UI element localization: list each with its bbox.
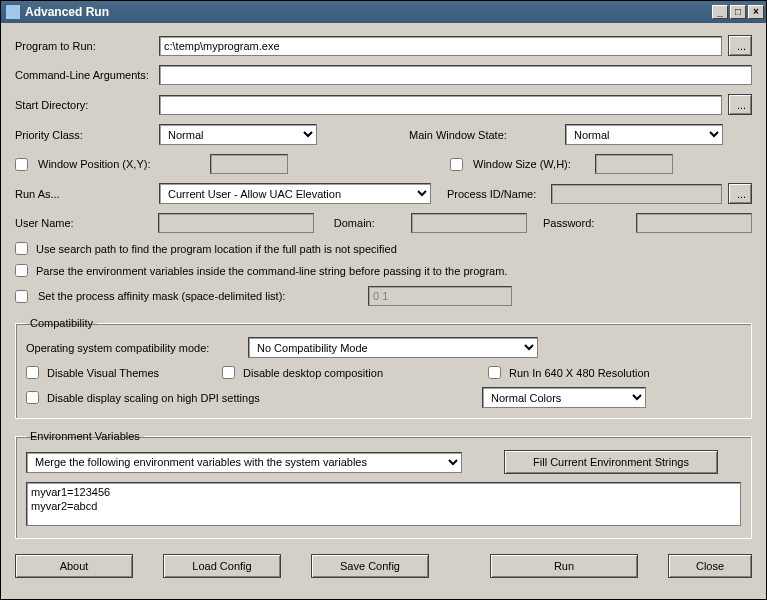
compatibility-legend: Compatibility (26, 317, 97, 329)
disthemes-checkbox[interactable] (26, 366, 39, 379)
envvars-group: Environment Variables Merge the followin… (15, 430, 752, 539)
close-window-button[interactable]: × (748, 5, 764, 19)
compatibility-group: Compatibility Operating system compatibi… (15, 317, 752, 419)
winpos-input[interactable] (210, 154, 288, 174)
program-browse-button[interactable]: ... (728, 35, 752, 56)
startdir-label: Start Directory: (15, 99, 153, 111)
domain-label: Domain: (334, 217, 405, 229)
disdpi-label: Disable display scaling on high DPI sett… (47, 392, 260, 404)
searchpath-checkbox[interactable] (15, 242, 28, 255)
envmode-select[interactable]: Merge the following environment variable… (26, 452, 462, 473)
priority-label: Priority Class: (15, 129, 153, 141)
app-icon (5, 4, 21, 20)
oscompat-label: Operating system compatibility mode: (26, 342, 242, 354)
loadcfg-button[interactable]: Load Config (163, 554, 281, 578)
procid-browse-button[interactable]: ... (728, 183, 752, 204)
disdesktop-checkbox[interactable] (222, 366, 235, 379)
fillenv-button[interactable]: Fill Current Environment Strings (504, 450, 718, 474)
runas-label: Run As... (15, 188, 153, 200)
disdpi-checkbox[interactable] (26, 391, 39, 404)
procid-label: Process ID/Name: (447, 188, 545, 200)
disdesktop-label: Disable desktop composition (243, 367, 383, 379)
runas-select[interactable]: Current User - Allow UAC Elevation (159, 183, 431, 204)
priority-select[interactable]: Normal (159, 124, 317, 145)
maximize-button[interactable]: □ (730, 5, 746, 19)
parseenv-checkbox[interactable] (15, 264, 28, 277)
cmdline-input[interactable] (159, 65, 752, 85)
close-button[interactable]: Close (668, 554, 752, 578)
winsize-checkbox[interactable] (450, 158, 463, 171)
domain-input[interactable] (411, 213, 527, 233)
program-input[interactable] (159, 36, 722, 56)
window-title: Advanced Run (25, 5, 710, 19)
affinity-input[interactable] (368, 286, 512, 306)
envvars-legend: Environment Variables (26, 430, 144, 442)
run640-label: Run In 640 X 480 Resolution (509, 367, 650, 379)
mainwin-label: Main Window State: (409, 129, 559, 141)
savecfg-button[interactable]: Save Config (311, 554, 429, 578)
affinity-checkbox[interactable] (15, 290, 28, 303)
username-input[interactable] (158, 213, 314, 233)
winsize-input[interactable] (595, 154, 673, 174)
program-label: Program to Run: (15, 40, 153, 52)
mainwin-select[interactable]: Normal (565, 124, 723, 145)
minimize-button[interactable]: _ (712, 5, 728, 19)
winpos-label: Window Position (X,Y): (38, 158, 204, 170)
oscompat-select[interactable]: No Compatibility Mode (248, 337, 538, 358)
searchpath-label: Use search path to find the program loca… (36, 243, 397, 255)
cmdline-label: Command-Line Arguments: (15, 69, 153, 81)
winsize-label: Window Size (W,H): (473, 158, 589, 170)
disthemes-label: Disable Visual Themes (47, 367, 159, 379)
run640-checkbox[interactable] (488, 366, 501, 379)
colors-select[interactable]: Normal Colors (482, 387, 646, 408)
procid-input[interactable] (551, 184, 722, 204)
affinity-label: Set the process affinity mask (space-del… (38, 290, 362, 302)
main-window: Advanced Run _ □ × Program to Run: ... C… (0, 0, 767, 600)
content-area: Program to Run: ... Command-Line Argumen… (1, 23, 766, 599)
startdir-browse-button[interactable]: ... (728, 94, 752, 115)
startdir-input[interactable] (159, 95, 722, 115)
envvars-textarea[interactable] (26, 482, 741, 526)
password-input[interactable] (636, 213, 752, 233)
username-label: User Name: (15, 217, 152, 229)
password-label: Password: (543, 217, 630, 229)
about-button[interactable]: About (15, 554, 133, 578)
run-button[interactable]: Run (490, 554, 638, 578)
winpos-checkbox[interactable] (15, 158, 28, 171)
parseenv-label: Parse the environment variables inside t… (36, 265, 507, 277)
titlebar[interactable]: Advanced Run _ □ × (1, 1, 766, 23)
